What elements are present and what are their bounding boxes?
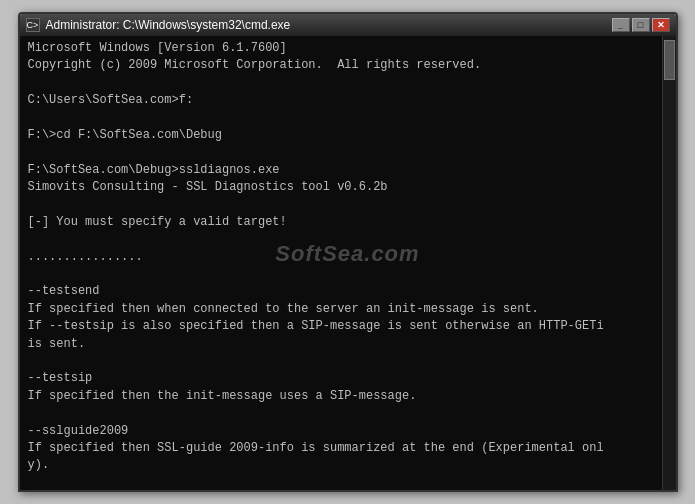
console-line: If specified then when connected to the … <box>28 301 668 318</box>
console-line <box>28 231 668 248</box>
scrollbar-thumb[interactable] <box>664 40 675 80</box>
console-line <box>28 475 668 490</box>
window-controls: _ □ ✕ <box>612 18 670 32</box>
title-bar-left: C> Administrator: C:\Windows\system32\cm… <box>26 18 291 32</box>
console-line: Copyright (c) 2009 Microsoft Corporation… <box>28 57 668 74</box>
console-line: Microsoft Windows [Version 6.1.7600] <box>28 40 668 57</box>
console-line <box>28 75 668 92</box>
console-line: If specified then the init-message uses … <box>28 388 668 405</box>
scrollbar[interactable] <box>662 36 676 490</box>
console-line: --testsip <box>28 370 668 387</box>
console-line <box>28 266 668 283</box>
console-line: If specified then SSL-guide 2009-info is… <box>28 440 668 457</box>
console-line: [-] You must specify a valid target! <box>28 214 668 231</box>
console-output: Microsoft Windows [Version 6.1.7600]Copy… <box>28 40 668 490</box>
cmd-icon: C> <box>26 18 40 32</box>
maximize-button[interactable]: □ <box>632 18 650 32</box>
console-line: C:\Users\SoftSea.com>f: <box>28 92 668 109</box>
console-line <box>28 110 668 127</box>
console-line: --sslguide2009 <box>28 423 668 440</box>
console-line: is sent. <box>28 336 668 353</box>
console-line <box>28 353 668 370</box>
console-body[interactable]: Microsoft Windows [Version 6.1.7600]Copy… <box>20 36 676 490</box>
console-line: ................ <box>28 249 668 266</box>
console-line: F:\>cd F:\SoftSea.com\Debug <box>28 127 668 144</box>
close-button[interactable]: ✕ <box>652 18 670 32</box>
console-line: y). <box>28 457 668 474</box>
console-line: F:\SoftSea.com\Debug>ssldiagnos.exe <box>28 162 668 179</box>
minimize-button[interactable]: _ <box>612 18 630 32</box>
console-line <box>28 405 668 422</box>
cmd-window: C> Administrator: C:\Windows\system32\cm… <box>18 12 678 492</box>
console-line <box>28 197 668 214</box>
title-bar: C> Administrator: C:\Windows\system32\cm… <box>20 14 676 36</box>
console-line: If --testsip is also specified then a SI… <box>28 318 668 335</box>
console-line <box>28 144 668 161</box>
window-title: Administrator: C:\Windows\system32\cmd.e… <box>46 18 291 32</box>
console-line: Simovits Consulting - SSL Diagnostics to… <box>28 179 668 196</box>
console-line: --testsend <box>28 283 668 300</box>
